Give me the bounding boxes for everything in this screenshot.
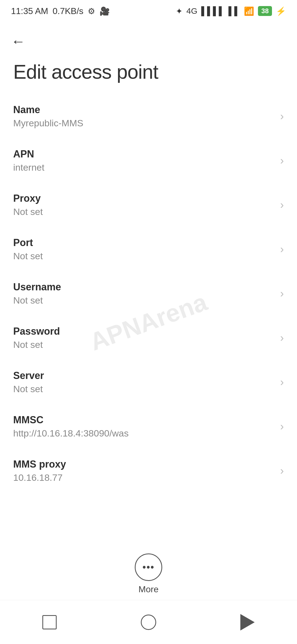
item-value: Not set	[13, 295, 61, 306]
back-nav-button[interactable]	[231, 611, 264, 633]
list-item[interactable]: Proxy Not set ›	[0, 183, 297, 227]
status-right: ✦ 4G ▌▌▌▌ ▌▌ 📶 38 ⚡	[176, 6, 286, 16]
status-left: 11:35 AM 0.7KB/s ⚙ 🎥	[11, 6, 110, 16]
settings-icon: ⚙	[88, 6, 95, 16]
more-circle-icon: •••	[135, 553, 162, 581]
signal-4g-icon: 4G	[186, 6, 197, 16]
item-content-password: Password Not set	[13, 326, 60, 350]
item-content-mmsc: MMSC http://10.16.18.4:38090/was	[13, 414, 129, 439]
item-content-port: Port Not set	[13, 237, 43, 261]
data-speed: 0.7KB/s	[53, 6, 83, 16]
item-content-proxy: Proxy Not set	[13, 193, 43, 217]
item-value: Not set	[13, 206, 43, 217]
list-item[interactable]: Server Not set ›	[0, 360, 297, 404]
back-arrow-icon: ←	[11, 33, 25, 50]
list-item[interactable]: APN internet ›	[0, 138, 297, 183]
chevron-right-icon: ›	[280, 154, 284, 167]
recent-apps-icon	[42, 615, 57, 629]
item-value: 10.16.18.77	[13, 472, 66, 483]
list-item[interactable]: Port Not set ›	[0, 227, 297, 271]
item-label: APN	[13, 148, 44, 160]
chevron-right-icon: ›	[280, 199, 284, 211]
list-item[interactable]: Username Not set ›	[0, 271, 297, 316]
camera-icon: 🎥	[100, 6, 110, 16]
item-label: Password	[13, 326, 60, 337]
home-icon	[141, 615, 156, 630]
battery-icon: 38	[258, 6, 272, 16]
status-bar: 11:35 AM 0.7KB/s ⚙ 🎥 ✦ 4G ▌▌▌▌ ▌▌ 📶 38 ⚡	[0, 0, 297, 22]
nav-bar	[0, 600, 297, 644]
item-content-mms-proxy: MMS proxy 10.16.18.77	[13, 459, 66, 483]
list-item[interactable]: Password Not set ›	[0, 316, 297, 360]
recent-apps-button[interactable]	[33, 611, 66, 633]
item-value: Myrepublic-MMS	[13, 118, 83, 129]
item-value: Not set	[13, 339, 60, 350]
list-item[interactable]: MMS proxy 10.16.18.77 ›	[0, 449, 297, 493]
more-label: More	[139, 584, 159, 594]
item-content-name: Name Myrepublic-MMS	[13, 104, 83, 129]
chevron-right-icon: ›	[280, 465, 284, 477]
time-display: 11:35 AM	[11, 6, 48, 16]
list-item[interactable]: Name Myrepublic-MMS ›	[0, 94, 297, 138]
list-item[interactable]: MMSC http://10.16.18.4:38090/was ›	[0, 404, 297, 449]
page-title: Edit access point	[0, 55, 297, 94]
chevron-right-icon: ›	[280, 287, 284, 300]
item-content-username: Username Not set	[13, 281, 61, 306]
chevron-right-icon: ›	[280, 376, 284, 388]
item-label: Port	[13, 237, 43, 249]
signal-bars-2-icon: ▌▌	[229, 6, 240, 16]
chevron-right-icon: ›	[280, 243, 284, 255]
item-label: MMSC	[13, 414, 129, 426]
signal-bars-icon: ▌▌▌▌	[201, 6, 225, 16]
item-content-apn: APN internet	[13, 148, 44, 173]
chevron-right-icon: ›	[280, 332, 284, 344]
charging-icon: ⚡	[276, 6, 286, 16]
item-content-server: Server Not set	[13, 370, 44, 394]
item-label: Username	[13, 281, 61, 293]
more-button[interactable]: ••• More	[135, 553, 162, 594]
item-label: Name	[13, 104, 83, 116]
back-nav-icon	[240, 614, 255, 631]
wifi-icon: 📶	[244, 6, 254, 16]
back-button-container: ←	[0, 22, 297, 55]
item-value: Not set	[13, 384, 44, 394]
chevron-right-icon: ›	[280, 420, 284, 433]
item-value: Not set	[13, 251, 43, 261]
chevron-right-icon: ›	[280, 110, 284, 122]
item-label: Proxy	[13, 193, 43, 204]
back-button[interactable]: ←	[11, 33, 25, 50]
item-value: internet	[13, 162, 44, 173]
item-value: http://10.16.18.4:38090/was	[13, 428, 129, 439]
bluetooth-icon: ✦	[176, 6, 183, 16]
home-button[interactable]	[132, 611, 165, 633]
item-label: Server	[13, 370, 44, 381]
more-dots-icon: •••	[142, 561, 155, 573]
item-label: MMS proxy	[13, 459, 66, 470]
settings-list: Name Myrepublic-MMS › APN internet › Pro…	[0, 94, 297, 493]
